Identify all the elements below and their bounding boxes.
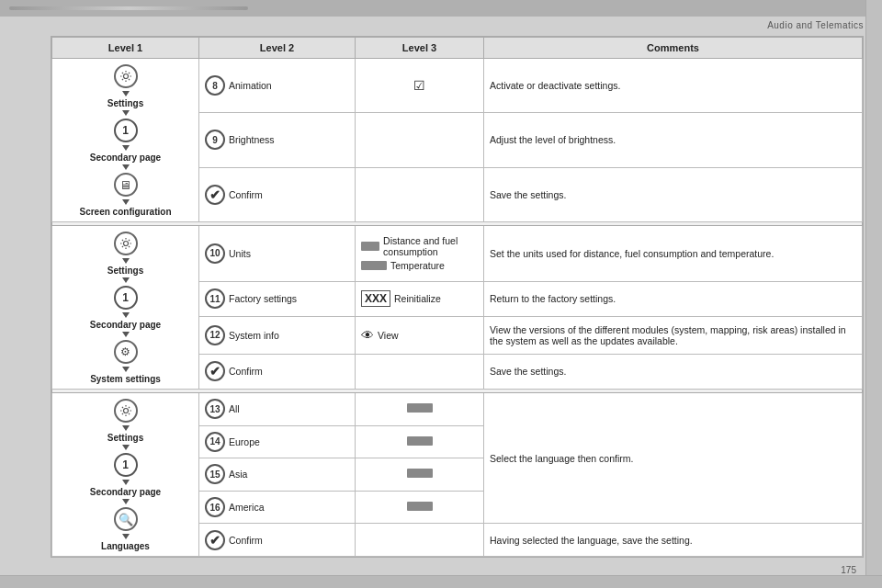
level2-brightness: 9 Brightness [199, 113, 356, 167]
label-factory: Factory settings [229, 293, 297, 304]
settings-table: Level 1 Level 2 Level 3 Comments [51, 37, 863, 557]
num-circle-12: 12 [205, 325, 225, 345]
level1-flow-2: Settings 1 Secondary page ⚙ System setti… [54, 230, 197, 385]
level2-animation: 8 Animation [199, 59, 356, 113]
header-title: Audio and Telematics [0, 17, 882, 32]
level3-all [356, 393, 484, 426]
level1-languages: Settings 1 Secondary page 🔍 Languages [52, 393, 199, 557]
flag-icon: 🔍 [114, 507, 138, 531]
check-circle-2: ✔ [205, 361, 225, 381]
level3-brightness [356, 113, 484, 167]
label-confirm-2: Confirm [229, 366, 263, 377]
main-table-container: Level 1 Level 2 Level 3 Comments [51, 36, 864, 558]
page-number: 175 [841, 565, 856, 575]
label-animation: Animation [229, 80, 272, 91]
rect-icon-1 [361, 242, 379, 251]
comment-confirm-3: Having selected the language, save the s… [484, 524, 863, 557]
level2-cell-units: 10 Units [205, 243, 349, 264]
comment-all: Select the language then confirm. [484, 393, 863, 524]
level3-confirm-3 [356, 524, 484, 557]
rect-asia [407, 469, 433, 478]
arrow-down-5 [122, 199, 130, 205]
label-confirm-1: Confirm [229, 189, 263, 200]
level3-america [356, 491, 484, 524]
label-europe: Europe [229, 436, 260, 447]
level3-animation: ☑ [356, 59, 484, 113]
num-circle-14: 14 [205, 432, 225, 452]
level2-asia: 15 Asia [199, 458, 356, 492]
gear-icon [114, 64, 138, 88]
label-sysinfo: System info [229, 330, 279, 341]
level1-flow: Settings 1 Secondary page 🖥 Screen confi… [54, 62, 197, 218]
arrow-down-2 [122, 110, 130, 116]
rect-america [407, 502, 433, 511]
sysinfo-level3: 👁 View [361, 328, 478, 343]
page: Audio and Telematics Level 1 Level 2 Lev… [0, 0, 882, 588]
arrow-down-6 [122, 258, 130, 264]
label-settings-1: Settings [107, 98, 143, 108]
level2-all: 13 All [199, 393, 356, 426]
level2-cell-animation: 8 Animation [205, 75, 349, 96]
arrow-down-15 [122, 534, 130, 539]
check-circle-1: ✔ [205, 185, 225, 205]
level2-cell-europe: 14 Europe [205, 432, 349, 452]
top-bar [0, 0, 882, 17]
level2-cell-confirm-3: ✔ Confirm [205, 530, 349, 550]
level1-system-settings: Settings 1 Secondary page ⚙ System setti… [52, 226, 199, 390]
num-circle-11: 11 [205, 288, 225, 309]
reinit-icon: XXX [361, 290, 390, 307]
label-system-settings: System settings [90, 374, 161, 384]
number1-icon-1: 1 [114, 119, 138, 142]
label-confirm-3: Confirm [229, 535, 263, 546]
units-label-2: Temperature [390, 260, 445, 271]
level2-confirm-2: ✔ Confirm [199, 354, 356, 389]
num-circle-9: 9 [205, 130, 225, 150]
number1-icon-3: 1 [114, 453, 138, 477]
comment-animation: Activate or deactivate settings. [484, 59, 863, 113]
top-bar-decoration [9, 6, 248, 10]
section-system-settings: Settings 1 Secondary page ⚙ System setti… [52, 226, 863, 282]
check-circle-3: ✔ [205, 530, 225, 550]
level2-sysinfo: 12 System info [199, 316, 356, 354]
level2-europe: 14 Europe [199, 425, 356, 458]
units-item-1: Distance and fuel consumption [361, 235, 478, 257]
arrow-down-7 [122, 277, 130, 283]
num-circle-10: 10 [205, 243, 225, 264]
label-units: Units [229, 248, 251, 259]
level2-cell-confirm-2: ✔ Confirm [205, 361, 349, 381]
svg-point-0 [123, 74, 128, 79]
gear-icon-2 [114, 232, 138, 255]
arrow-down-4 [122, 164, 130, 170]
arrow-down-3 [122, 145, 130, 151]
comment-confirm-1: Save the settings. [484, 167, 863, 221]
level2-cell-all: 13 All [205, 399, 349, 419]
section-languages: Settings 1 Secondary page 🔍 Languages [52, 393, 863, 426]
level2-cell-brightness: 9 Brightness [205, 130, 349, 150]
level2-confirm-1: ✔ Confirm [199, 167, 356, 221]
level3-units: Distance and fuel consumption Temperatur… [356, 226, 484, 282]
rect-all [407, 403, 433, 413]
label-secondary-2: Secondary page [90, 320, 161, 330]
level3-confirm-1 [356, 167, 484, 221]
checkbox-icon: ☑ [413, 78, 425, 93]
rect-icon-2 [361, 261, 387, 270]
arrow-down-11 [122, 425, 130, 431]
rect-europe [407, 436, 433, 446]
arrow-down-12 [122, 445, 130, 450]
comment-sysinfo: View the versions of the different modul… [484, 316, 863, 354]
svg-point-2 [123, 409, 128, 413]
label-secondary-3: Secondary page [90, 487, 161, 497]
label-screen-config: Screen configuration [79, 207, 171, 217]
num-circle-16: 16 [205, 497, 225, 517]
label-settings-2: Settings [107, 266, 143, 276]
svg-point-1 [123, 242, 128, 246]
monitor-icon: 🖥 [114, 173, 138, 197]
bottom-bar [0, 575, 882, 588]
label-asia: Asia [229, 469, 247, 480]
col-header-level1: Level 1 [52, 38, 199, 59]
col-header-level3: Level 3 [356, 38, 484, 59]
gear-icon-3 [114, 399, 138, 423]
arrow-down-10 [122, 367, 130, 372]
level3-sysinfo: 👁 View [356, 316, 484, 354]
system-gear-icon: ⚙ [114, 340, 138, 364]
